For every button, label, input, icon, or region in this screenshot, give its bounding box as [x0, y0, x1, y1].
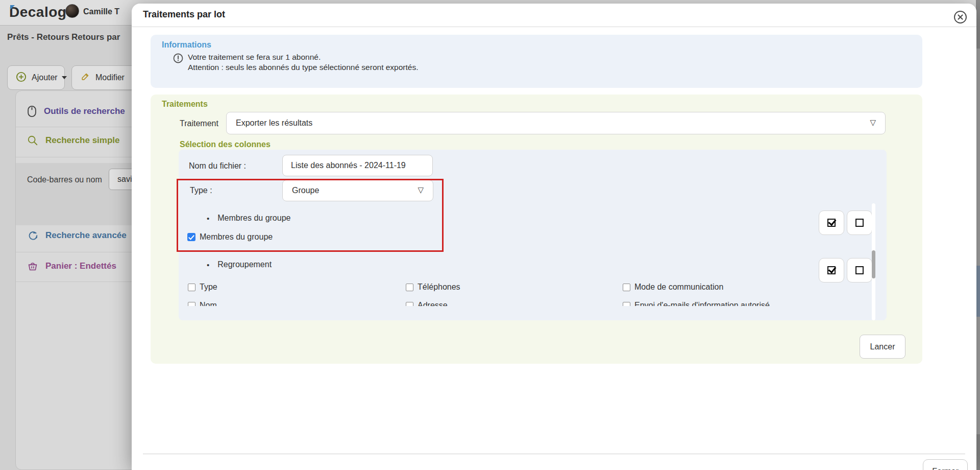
- checkbox-label: Adresse: [418, 301, 448, 306]
- checkbox-label: Mode de communication: [634, 283, 723, 292]
- checkbox-communication-mode: Mode de communication: [623, 283, 723, 292]
- close-modal-button-label: Fermer: [932, 467, 959, 470]
- regroup-section-bullet: • Regroupement: [207, 260, 272, 269]
- regroup-section-label: Regroupement: [217, 260, 272, 269]
- batch-processing-modal: Traitements par lot Informations Votre t…: [132, 4, 976, 470]
- unchecked-checkbox[interactable]: [188, 302, 195, 307]
- checkbox-label: Envoi d'e-mails d'information autorisé: [634, 301, 770, 306]
- checkbox-adresse: Adresse: [406, 301, 448, 306]
- columns-heading: Sélection des colonnes: [180, 140, 271, 149]
- unchecked-checkbox[interactable]: [623, 302, 630, 307]
- checkbox-label: Type: [200, 283, 217, 292]
- select-all-button[interactable]: [819, 210, 844, 235]
- info-line: Attention : seuls les abonnés du type sé…: [188, 63, 419, 72]
- checkbox-label: Téléphones: [418, 283, 460, 292]
- treatment-label: Traitement: [180, 119, 218, 128]
- app-screen: Decalog Camille T Prêts - Retours Retour…: [0, 0, 980, 470]
- divider: [132, 27, 976, 27]
- columns-scrollbar[interactable]: [872, 203, 875, 320]
- launch-button[interactable]: Lancer: [860, 335, 905, 359]
- select-all-button[interactable]: [819, 258, 844, 283]
- group-section-label: Membres du groupe: [217, 214, 290, 223]
- treatment-select-value: Exporter les résultats: [236, 119, 312, 128]
- deselect-all-button[interactable]: [847, 210, 872, 235]
- unchecked-checkbox[interactable]: [406, 302, 413, 307]
- checkbox-nom: Nom: [188, 301, 217, 306]
- unchecked-checkbox[interactable]: [406, 284, 413, 291]
- treatments-panel: Traitements Traitement Exporter les résu…: [151, 95, 922, 364]
- treatment-select[interactable]: Exporter les résultats ▽: [226, 112, 886, 134]
- filename-input[interactable]: [282, 155, 433, 176]
- treatments-heading: Traitements: [162, 100, 208, 109]
- group-members-checkbox-row: Membres du groupe: [187, 232, 273, 242]
- close-icon[interactable]: [953, 10, 967, 24]
- info-heading: Informations: [162, 40, 211, 50]
- divider: [143, 454, 965, 454]
- unchecked-checkbox-icon: [855, 219, 864, 227]
- bullet-icon: •: [207, 261, 209, 269]
- modal-title: Traitements par lot: [143, 9, 225, 20]
- checked-checkbox-icon: [827, 266, 836, 274]
- warning-icon: [173, 53, 183, 65]
- type-select-value: Groupe: [292, 186, 319, 195]
- chevron-down-icon: ▽: [418, 185, 424, 195]
- chevron-down-icon: ▽: [870, 118, 876, 127]
- type-label: Type :: [190, 186, 212, 195]
- checkbox-emails: Envoi d'e-mails d'information autorisé: [623, 301, 770, 306]
- checkbox-type: Type: [188, 283, 217, 292]
- columns-scroll-area: Nom du fichier : Type : Groupe ▽ • Membr…: [179, 150, 887, 306]
- checked-checkbox[interactable]: [187, 233, 195, 241]
- unchecked-checkbox-icon: [855, 266, 864, 274]
- checkbox-label: Membres du groupe: [200, 232, 273, 242]
- info-panel: Informations Votre traitement se fera su…: [151, 35, 922, 88]
- filename-label: Nom du fichier :: [189, 161, 246, 171]
- close-modal-button[interactable]: Fermer: [923, 459, 968, 470]
- checkbox-label: Nom: [200, 301, 217, 306]
- type-select[interactable]: Groupe ▽: [282, 180, 433, 201]
- launch-button-label: Lancer: [870, 342, 895, 351]
- bullet-icon: •: [207, 214, 209, 223]
- deselect-all-button[interactable]: [847, 258, 872, 283]
- checked-checkbox-icon: [827, 219, 836, 227]
- checkbox-telephones: Téléphones: [406, 283, 460, 292]
- unchecked-checkbox[interactable]: [188, 284, 195, 291]
- columns-selection-panel: Nom du fichier : Type : Groupe ▽ • Membr…: [179, 150, 887, 320]
- columns-scrollbar-thumb[interactable]: [872, 250, 875, 278]
- group-section-bullet: • Membres du groupe: [207, 214, 290, 223]
- info-line: Votre traitement se fera sur 1 abonné.: [188, 53, 321, 62]
- unchecked-checkbox[interactable]: [623, 284, 630, 291]
